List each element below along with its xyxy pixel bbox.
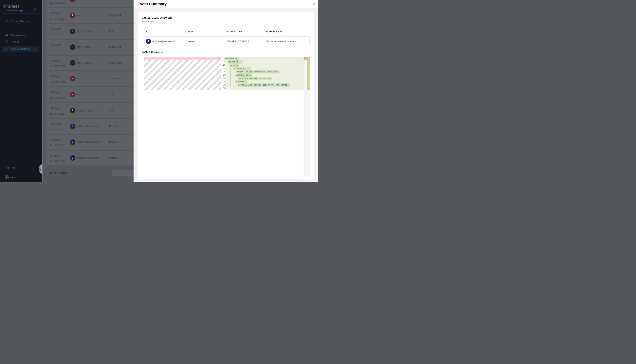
svg-text:?: ?: [7, 167, 7, 168]
